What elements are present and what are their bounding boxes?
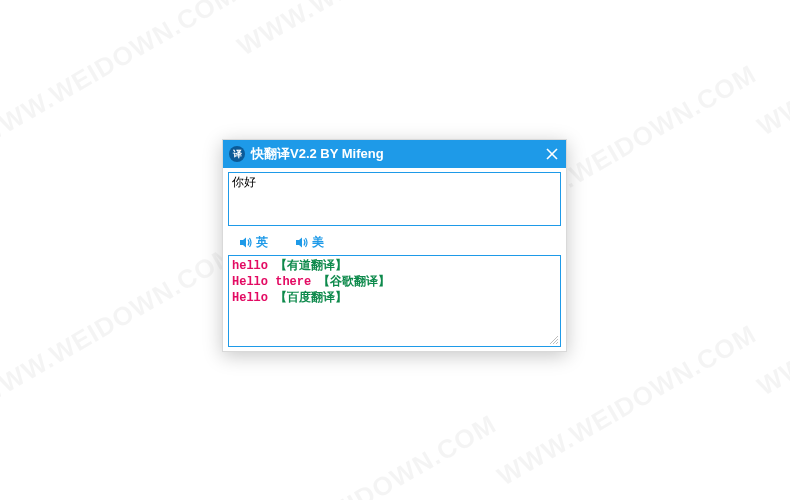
svg-line-5	[553, 339, 558, 344]
window-body: 英 美 hello 【有道翻译】Hello there 【谷歌翻译】Hello …	[223, 168, 566, 351]
audio-american-button[interactable]: 美	[296, 234, 324, 251]
resize-grip-icon	[547, 333, 559, 345]
speaker-icon	[296, 237, 309, 248]
watermark: WWW.WEIDOWN.COM	[0, 0, 242, 152]
svg-marker-3	[296, 238, 302, 248]
result-translation: Hello	[232, 291, 268, 305]
watermark: WWW.WEIDOWN.COM	[0, 239, 242, 413]
result-source: 【谷歌翻译】	[318, 275, 390, 289]
source-text-input[interactable]	[228, 172, 561, 226]
svg-line-6	[556, 342, 558, 344]
audio-british-label: 英	[256, 234, 268, 251]
result-line: Hello 【百度翻译】	[232, 290, 557, 306]
app-icon: 译	[229, 146, 245, 162]
watermark: WWW.WEIDOWN.COM	[752, 0, 790, 142]
app-window: 译 快翻译V2.2 BY Mifeng 英	[222, 139, 567, 352]
svg-marker-2	[240, 238, 246, 248]
close-icon	[546, 148, 558, 160]
audio-american-label: 美	[312, 234, 324, 251]
translation-output[interactable]: hello 【有道翻译】Hello there 【谷歌翻译】Hello 【百度翻…	[228, 255, 561, 347]
result-line: Hello there 【谷歌翻译】	[232, 274, 557, 290]
titlebar[interactable]: 译 快翻译V2.2 BY Mifeng	[223, 140, 566, 168]
audio-row: 英 美	[228, 230, 561, 255]
window-title: 快翻译V2.2 BY Mifeng	[251, 145, 538, 163]
watermark: WWW.WEIDOWN.COM	[232, 0, 502, 62]
watermark: WWW.WEIDOWN.COM	[752, 229, 790, 403]
result-translation: Hello there	[232, 275, 311, 289]
result-translation: hello	[232, 259, 268, 273]
close-button[interactable]	[538, 140, 566, 168]
result-source: 【有道翻译】	[275, 259, 347, 273]
svg-line-4	[550, 336, 558, 344]
result-source: 【百度翻译】	[275, 291, 347, 305]
speaker-icon	[240, 237, 253, 248]
watermark: WWW.WEIDOWN.COM	[232, 409, 502, 500]
audio-british-button[interactable]: 英	[240, 234, 268, 251]
result-line: hello 【有道翻译】	[232, 258, 557, 274]
